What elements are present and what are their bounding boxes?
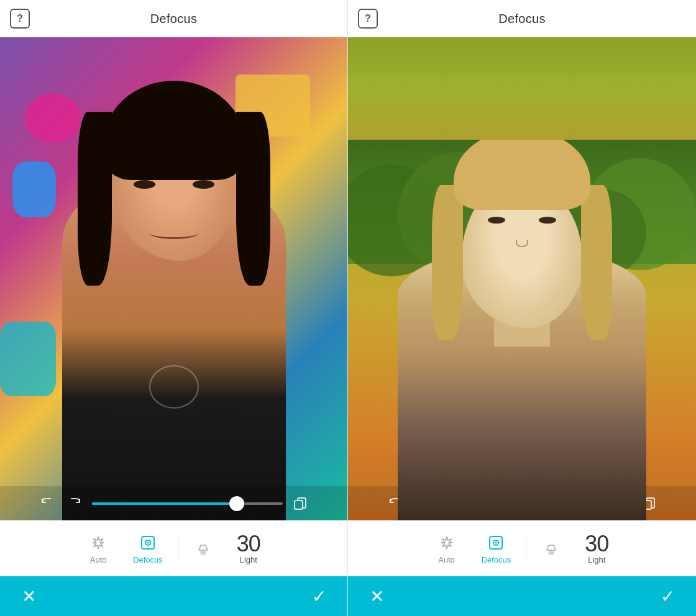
right-value-display: 30 Light [574,533,620,564]
left-light-tool[interactable] [181,538,226,558]
right-toolbar-divider [526,536,526,561]
left-slider-fill [92,502,229,505]
right-photo [348,37,696,520]
svg-rect-0 [295,500,303,509]
left-confirm-button[interactable]: ✓ [308,585,330,607]
left-bottom-bar: ✕ ✓ [0,576,347,616]
left-copy-button[interactable] [290,494,310,514]
left-help-button[interactable]: ? [10,9,30,29]
right-auto-icon [437,533,457,553]
left-slider-track[interactable] [92,502,283,505]
right-defocus-tool[interactable]: Defocus [469,533,524,564]
right-help-button[interactable]: ? [358,9,378,29]
left-value-label: Light [240,555,257,564]
left-value-number: 30 [232,533,265,555]
left-defocus-tool[interactable]: Defocus [121,533,175,564]
left-auto-tool[interactable]: Auto [76,533,121,564]
left-cancel-button[interactable]: ✕ [17,585,40,607]
left-light-icon [193,538,213,558]
svg-point-9 [495,541,497,543]
left-image-area [0,37,347,520]
right-panel: ? Defocus [348,0,696,616]
right-value-number: 30 [580,533,613,555]
left-undo-button[interactable] [37,494,57,514]
right-light-icon [541,538,561,558]
left-auto-label: Auto [90,555,107,564]
left-redo-button[interactable] [65,494,85,514]
left-header-title: Defocus [150,12,197,26]
right-value-label: Light [588,555,605,564]
right-defocus-icon [486,533,506,553]
right-bottom-bar: ✕ ✓ [348,576,696,616]
right-auto-label: Auto [438,555,455,564]
right-auto-tool[interactable]: Auto [424,533,469,564]
right-toolbar: Auto Defocus 30 [348,520,696,576]
left-slider-thumb[interactable] [229,496,244,511]
right-cancel-button[interactable]: ✕ [365,585,388,607]
left-panel: ? Defocus [0,0,348,616]
left-header: ? Defocus [0,0,347,37]
left-photo [0,37,347,520]
left-toolbar-divider [178,536,178,561]
right-confirm-button[interactable]: ✓ [656,585,679,607]
left-value-display: 30 Light [226,533,272,564]
right-image-area [348,37,696,520]
right-defocus-label: Defocus [482,555,511,564]
left-toolbar: Auto Defocus 30 [0,520,347,576]
left-defocus-label: Defocus [133,555,163,564]
left-slider-area [0,486,347,520]
left-auto-icon [88,533,108,553]
left-defocus-icon [138,533,158,553]
right-header-title: Defocus [498,12,545,26]
right-header: ? Defocus [348,0,696,37]
svg-point-3 [147,541,149,543]
right-light-tool[interactable] [529,538,574,558]
